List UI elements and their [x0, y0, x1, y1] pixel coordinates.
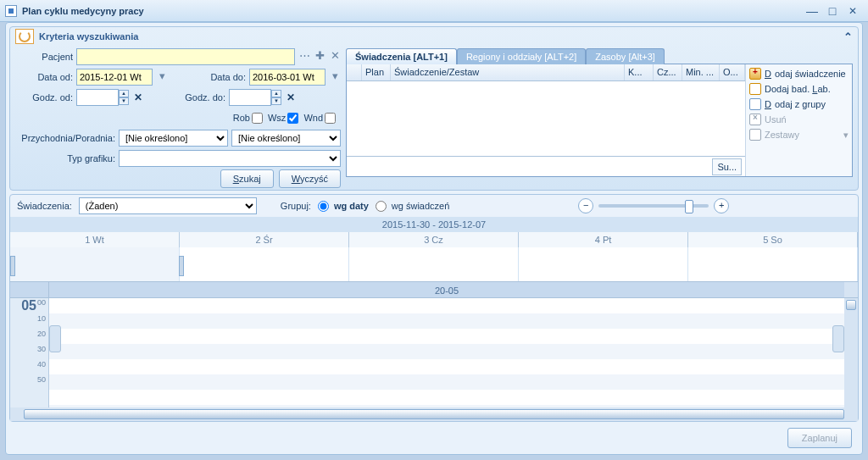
- tab-zasoby[interactable]: Zasoby [Alt+3]: [586, 48, 665, 64]
- schedule-panel: Świadczenia: (Żaden) Grupuj: wg daty wg …: [9, 194, 859, 422]
- timeline-vscroll[interactable]: [844, 298, 858, 407]
- patient-label: Pacjent: [15, 52, 73, 62]
- group-by-service-radio[interactable]: wg świadczeń: [376, 201, 449, 212]
- time-from-spinner[interactable]: ▲▼: [119, 90, 129, 105]
- time-to-input[interactable]: [229, 89, 271, 106]
- poradnia-select[interactable]: [Nie określono]: [231, 130, 341, 147]
- zoom-in-button[interactable]: +: [714, 198, 729, 213]
- time-from-clear-icon[interactable]: ✕: [134, 91, 142, 103]
- allday-scroll[interactable]: [844, 282, 858, 297]
- allday-label: 20-05: [49, 282, 844, 297]
- date-to-dropdown-icon[interactable]: ▾: [329, 69, 341, 85]
- lab-icon: [749, 83, 761, 95]
- title-bar: Plan cyklu medycyny pracy ― □ ✕: [0, 0, 868, 22]
- tab-swiadczenia[interactable]: Świadczenia [ALT+1]: [346, 48, 457, 64]
- patient-input[interactable]: [76, 48, 295, 65]
- allday-gutter: [10, 282, 49, 297]
- overview-handle-left[interactable]: [10, 256, 15, 276]
- day-col-1[interactable]: 1 Wt: [10, 232, 180, 247]
- grid-body[interactable]: [347, 81, 745, 156]
- grid-col-cz[interactable]: Cz...: [654, 64, 682, 80]
- criteria-header: Kryteria wyszukiwania ⌃: [10, 27, 858, 46]
- plus-icon: [749, 68, 761, 80]
- grid-sum-button[interactable]: Su...: [712, 158, 742, 175]
- schedule-sw-select[interactable]: (Żaden): [79, 197, 257, 214]
- day-col-4[interactable]: 4 Pt: [519, 232, 688, 247]
- week-range: 2015-11-30 - 2015-12-07: [10, 217, 858, 232]
- services-grid: Plan Świadczenie/Zestaw K... Cz... Min. …: [347, 64, 745, 176]
- criteria-title: Kryteria wyszukiwania: [39, 31, 138, 42]
- tab-regiony[interactable]: Regiony i oddziały [ALT+2]: [457, 48, 586, 64]
- time-to-clear-icon[interactable]: ✕: [287, 91, 295, 103]
- time-from-label: Godz. od:: [15, 92, 73, 103]
- timeline-hscroll[interactable]: [10, 407, 858, 421]
- timeline-next-button[interactable]: [832, 325, 844, 352]
- day-col-3[interactable]: 3 Cz: [349, 232, 519, 247]
- patient-clear-icon[interactable]: ✕: [329, 49, 341, 64]
- clinic-select[interactable]: [Nie określono]: [119, 130, 228, 147]
- sets-icon: [749, 129, 761, 141]
- app-icon: [5, 5, 17, 17]
- grid-col-swz[interactable]: Świadczenie/Zestaw: [391, 64, 625, 80]
- action-add-group[interactable]: Dodaj z grupyDodaj z grupy: [749, 98, 849, 110]
- date-from-label: Data od:: [15, 72, 73, 82]
- group-label: Grupuj:: [281, 201, 311, 211]
- zoom-slider[interactable]: [598, 204, 709, 208]
- graph-type-select[interactable]: [119, 150, 341, 167]
- action-add-swiadczenie[interactable]: DDodaj świadczenieodaj świadczenie: [749, 68, 849, 80]
- collapse-icon[interactable]: ⌃: [843, 30, 853, 43]
- grid-col-min[interactable]: Min. ...: [682, 64, 720, 80]
- action-sets: Zestawy ▾: [749, 129, 849, 141]
- minimize-button[interactable]: ―: [802, 4, 822, 18]
- day-rob-checkbox[interactable]: Rob: [233, 113, 263, 124]
- criteria-icon: [15, 29, 34, 44]
- day-wsz-checkbox[interactable]: Wsz: [268, 113, 298, 124]
- grid-col-o[interactable]: O...: [720, 64, 745, 80]
- clinic-label: Przychodnia/Poradnia:: [15, 133, 115, 143]
- close-button[interactable]: ✕: [843, 5, 863, 17]
- action-delete: Usuń: [749, 114, 849, 125]
- date-to-label: Data do:: [192, 72, 246, 82]
- grid-col-plan[interactable]: Plan: [362, 64, 391, 80]
- maximize-button[interactable]: □: [822, 4, 843, 18]
- schedule-sw-label: Świadczenia:: [17, 201, 72, 211]
- overview-handle-right[interactable]: [179, 256, 184, 276]
- date-to-input[interactable]: [249, 69, 326, 86]
- patient-add-icon[interactable]: ✚: [314, 49, 326, 64]
- date-from-dropdown-icon[interactable]: ▾: [156, 69, 168, 85]
- overview-strip[interactable]: [10, 247, 858, 281]
- time-gutter: 0500 10 20 30 40 50: [10, 298, 49, 407]
- window-title: Plan cyklu medycyny pracy: [22, 6, 144, 16]
- search-button[interactable]: SSzukajzukaj: [220, 169, 274, 188]
- time-to-label: Godz. do:: [171, 92, 225, 103]
- timeline-prev-button[interactable]: [49, 325, 61, 352]
- delete-icon: [749, 114, 761, 125]
- day-col-5[interactable]: 5 So: [688, 232, 858, 247]
- grid-col-selector[interactable]: [347, 64, 362, 80]
- action-add-lab[interactable]: Dodaj bad. Lab.Dodaj bad. Lab.: [749, 83, 849, 95]
- time-from-input[interactable]: [76, 89, 119, 106]
- day-headers: 1 Wt 2 Śr 3 Cz 4 Pt 5 So: [10, 232, 858, 247]
- zoom-out-button[interactable]: −: [578, 198, 593, 213]
- patient-more-icon[interactable]: ⋯: [298, 49, 310, 64]
- group-by-date-radio[interactable]: wg daty: [318, 201, 369, 212]
- date-from-input[interactable]: [76, 69, 153, 86]
- day-col-2[interactable]: 2 Śr: [180, 232, 349, 247]
- clear-button[interactable]: WyczyśćWyczyść: [279, 169, 341, 188]
- graph-type-label: Typ grafiku:: [15, 153, 115, 163]
- timeline-body[interactable]: [49, 298, 844, 407]
- grid-col-k[interactable]: K...: [625, 64, 654, 80]
- time-to-spinner[interactable]: ▲▼: [271, 90, 281, 105]
- group-icon: [749, 98, 761, 110]
- criteria-panel: Kryteria wyszukiwania ⌃ Pacjent ⋯ ✚ ✕ Da…: [9, 26, 859, 191]
- plan-button[interactable]: Zaplanuj: [787, 428, 852, 448]
- day-wnd-checkbox[interactable]: Wnd: [303, 113, 336, 124]
